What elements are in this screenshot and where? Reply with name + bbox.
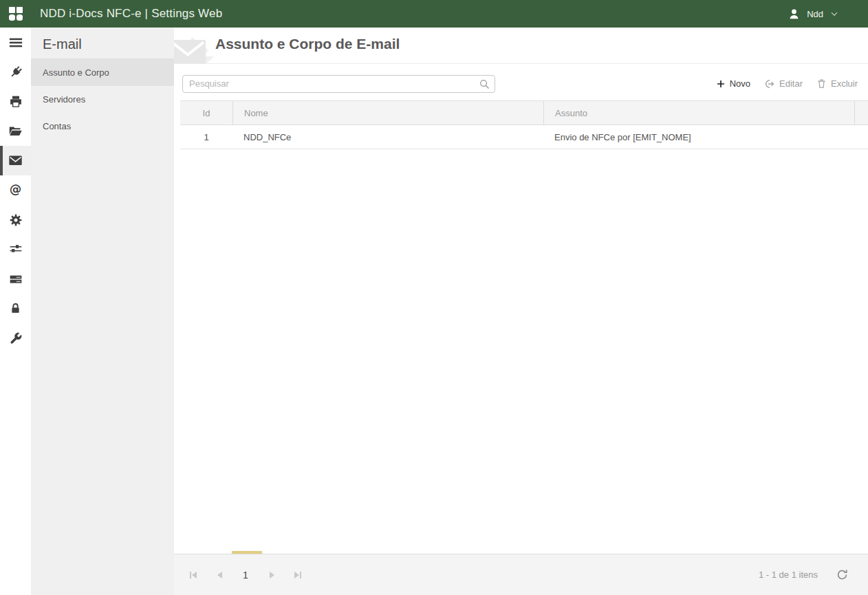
- app-logo-icon[interactable]: [8, 6, 23, 21]
- refresh-button[interactable]: [836, 568, 849, 581]
- plus-icon: [716, 79, 726, 89]
- wrench-icon: [9, 332, 23, 345]
- rail-item-folder[interactable]: [0, 116, 31, 146]
- sliders-icon: [9, 243, 23, 257]
- column-header-id[interactable]: Id: [180, 101, 232, 125]
- lock-icon: [9, 302, 22, 315]
- printer-icon: [9, 95, 23, 109]
- chevron-down-icon: [829, 9, 839, 19]
- envelope-icon: [8, 153, 23, 168]
- user-name: Ndd: [807, 9, 823, 19]
- folder-open-icon: [8, 124, 23, 138]
- rail-item-menu[interactable]: [0, 28, 31, 57]
- excluir-button[interactable]: Excluir: [816, 78, 858, 89]
- rail-item-settings[interactable]: [0, 205, 31, 235]
- page-number-button[interactable]: 1: [237, 567, 254, 583]
- page-header: Assunto e Corpo de E-mail: [174, 28, 868, 64]
- sidebar-item-label: Servidores: [43, 94, 85, 105]
- rail-item-sliders[interactable]: [0, 235, 31, 264]
- column-header-assunto[interactable]: Assunto: [543, 101, 854, 125]
- sidebar-item-label: Assunto e Corpo: [43, 67, 109, 78]
- column-header-nome[interactable]: Nome: [232, 101, 543, 125]
- previous-page-button[interactable]: [211, 567, 228, 583]
- menu-icon: [9, 36, 23, 50]
- pager-info: 1 - 1 de 1 itens: [759, 570, 818, 580]
- column-header-filler: [854, 101, 868, 125]
- search-icon[interactable]: [479, 78, 490, 93]
- grid-header: Id Nome Assunto: [180, 100, 868, 125]
- rail-item-security[interactable]: [0, 294, 31, 323]
- search-input[interactable]: [182, 75, 495, 93]
- rail-item-servers[interactable]: [0, 264, 31, 294]
- trash-icon: [816, 78, 827, 89]
- rail-item-plug[interactable]: [0, 57, 31, 87]
- icon-rail: @: [0, 28, 31, 595]
- app-title: NDD i-Docs NFC-e | Settings Web: [40, 7, 222, 21]
- last-page-button[interactable]: [290, 567, 306, 583]
- editar-label: Editar: [779, 78, 803, 89]
- table-row[interactable]: 1 NDD_NFCe Envio de NFCe por [EMIT_NOME]: [180, 125, 868, 149]
- toolbar: Novo Editar Excluir: [716, 78, 858, 89]
- svg-text:@: @: [10, 183, 22, 196]
- rail-item-at[interactable]: @: [0, 175, 31, 205]
- rail-item-email[interactable]: [0, 146, 31, 175]
- user-menu[interactable]: Ndd: [788, 8, 839, 21]
- plug-icon: [9, 65, 23, 79]
- sidebar-title: E-mail: [31, 28, 174, 59]
- first-page-button[interactable]: [185, 567, 202, 583]
- cell-nome: NDD_NFCe: [232, 125, 543, 149]
- sidebar-item-label: Contas: [43, 121, 71, 131]
- gear-icon: [9, 213, 23, 227]
- server-stack-icon: [9, 272, 23, 286]
- edit-arrow-icon: [764, 78, 775, 89]
- email-sidebar: E-mail Assunto e Corpo Servidores Contas: [31, 28, 174, 595]
- selected-page-indicator: [232, 551, 262, 554]
- sidebar-item-assunto-e-corpo[interactable]: Assunto e Corpo: [31, 59, 174, 86]
- rail-item-printer[interactable]: [0, 87, 31, 116]
- cell-assunto: Envio de NFCe por [EMIT_NOME]: [543, 125, 854, 149]
- novo-label: Novo: [730, 78, 750, 89]
- sidebar-item-contas[interactable]: Contas: [31, 113, 174, 140]
- sidebar-item-servidores[interactable]: Servidores: [31, 86, 174, 113]
- controls-row: Novo Editar Excluir: [174, 74, 868, 93]
- refresh-icon: [836, 568, 849, 581]
- user-icon: [788, 8, 801, 21]
- novo-button[interactable]: Novo: [716, 78, 750, 89]
- page-title: Assunto e Corpo de E-mail: [215, 36, 400, 52]
- cell-id: 1: [180, 125, 232, 149]
- top-bar: NDD i-Docs NFC-e | Settings Web Ndd: [0, 0, 868, 28]
- excluir-label: Excluir: [831, 78, 858, 89]
- at-sign-icon: @: [8, 183, 23, 197]
- next-page-button[interactable]: [263, 567, 280, 583]
- editar-button[interactable]: Editar: [764, 78, 803, 89]
- main-content: Assunto e Corpo de E-mail Novo: [174, 28, 868, 595]
- rail-item-tools[interactable]: [0, 323, 31, 353]
- data-grid: Id Nome Assunto 1 NDD_NFCe Envio de NFCe…: [180, 100, 868, 149]
- pager: 1 1 - 1 de 1 itens: [174, 554, 868, 595]
